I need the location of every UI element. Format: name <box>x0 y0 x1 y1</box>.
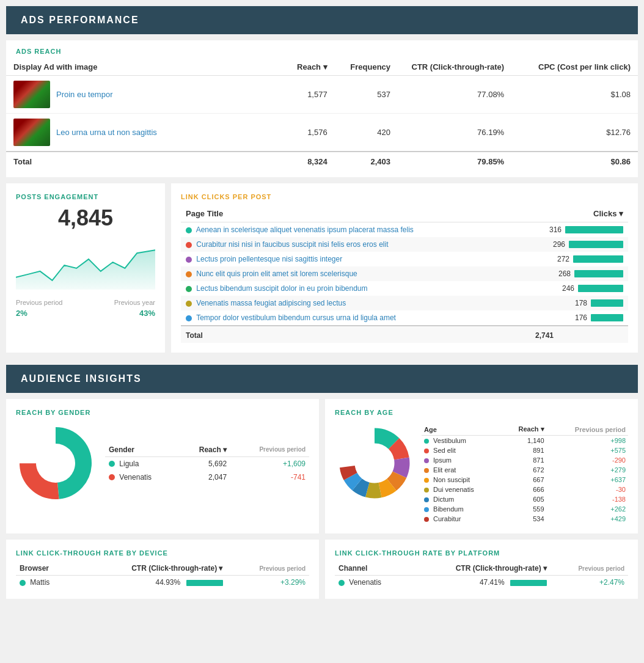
age-name-cell: Vestibulum <box>422 436 502 446</box>
clicks-bar <box>591 299 623 307</box>
clicks-table-row: Lectus bibendum suscipit dolor in eu pro… <box>181 281 628 296</box>
page-link[interactable]: Lectus proin pellentesque nisi sagittis … <box>196 255 342 263</box>
age-name: Curabitur <box>433 515 461 522</box>
ctr-device-bar <box>186 580 223 586</box>
clicks-value-cell: 178 <box>530 296 628 310</box>
col-ctr: CTR (Click-through-rate) <box>398 59 511 76</box>
col-clicks[interactable]: Clicks ▾ <box>530 205 628 222</box>
col-platform-ctr[interactable]: CTR (Click-through-rate) ▾ <box>408 562 551 576</box>
page-dot <box>186 286 192 292</box>
age-content: Age Reach ▾ Previous period Vestibulum 1… <box>335 423 628 524</box>
ctr-grid: LINK CLICK-THROUGH RATE BY DEVICE Browse… <box>6 540 638 599</box>
clicks-number: 268 <box>558 269 571 278</box>
gender-table-row: Venenatis 2,047 -741 <box>105 471 309 484</box>
age-reach-cell: 667 <box>502 475 546 485</box>
gender-name-cell: Ligula <box>105 456 179 471</box>
ad-link-1[interactable]: Proin eu tempor <box>56 90 113 99</box>
gender-reach-cell: 2,047 <box>179 471 230 484</box>
age-name: Non suscipit <box>433 476 470 483</box>
prev-period-value: 2% <box>16 309 27 318</box>
ads-performance-title: ADS PERFORMANCE <box>21 15 139 25</box>
page-wrapper: ADS PERFORMANCE ADS REACH Display Ad wit… <box>0 6 644 599</box>
age-name-cell: Dui venenatis <box>422 485 502 494</box>
page-dot <box>186 315 192 321</box>
table-row: Leo urna urna ut non sagittis 1,576 420 … <box>6 114 638 152</box>
link-clicks-label: LINK CLICKS PER POST <box>181 193 628 200</box>
age-name: Elit erat <box>433 466 456 474</box>
page-link[interactable]: Venenatis massa feugiat adipiscing sed l… <box>196 299 346 307</box>
posts-engagement-value: 4,845 <box>16 205 155 231</box>
clicks-bar <box>565 226 623 233</box>
age-reach-cell: 534 <box>502 514 546 524</box>
col-reach[interactable]: Reach ▾ <box>271 59 334 76</box>
page-link[interactable]: Nunc elit quis proin elit amet sit lorem… <box>196 269 357 278</box>
ad-link-2[interactable]: Leo urna urna ut non sagittis <box>56 128 157 137</box>
device-name: Mattis <box>30 578 49 587</box>
audience-grid: REACH BY GENDER <box>6 399 638 533</box>
bar-container: 296 <box>535 240 623 249</box>
clicks-total-label: Total <box>181 326 530 343</box>
clicks-value-cell: 246 <box>530 281 628 296</box>
reach-by-gender-label: REACH BY GENDER <box>16 409 309 416</box>
gender-table: Gender Reach ▾ Previous period Ligula 5,… <box>105 443 309 484</box>
age-name-cell: Ipsum <box>422 455 502 465</box>
col-page-title: Page Title <box>181 205 530 222</box>
ads-performance-section: ADS REACH Display Ad with image Reach ▾ … <box>6 40 638 177</box>
age-table-row: Ipsum 871 -290 <box>422 455 628 465</box>
ads-total-ctr: 79.85% <box>398 152 511 171</box>
bar-container: 176 <box>535 313 623 322</box>
ads-table: Display Ad with image Reach ▾ Frequency … <box>6 59 638 171</box>
clicks-number: 316 <box>549 225 562 234</box>
age-name-cell: Non suscipit <box>422 475 502 485</box>
ctr-platform-label: LINK CLICK-THROUGH RATE BY PLATFORM <box>335 549 628 557</box>
gender-reach-cell: 5,692 <box>179 456 230 471</box>
posts-engagement-label: POSTS ENGAGEMENT <box>16 193 155 200</box>
audience-insights-header: AUDIENCE INSIGHTS <box>6 365 638 393</box>
posts-engagement-card: POSTS ENGAGEMENT 4,845 Previous period P… <box>6 183 165 353</box>
age-table-row: Curabitur 534 +429 <box>422 514 628 524</box>
age-dot <box>424 517 429 522</box>
col-device-ctr[interactable]: CTR (Click-through-rate) ▾ <box>74 562 227 576</box>
col-display-ad: Display Ad with image <box>6 59 271 76</box>
clicks-number: 272 <box>557 255 569 263</box>
clicks-bar <box>573 255 623 263</box>
clicks-bar <box>569 241 623 248</box>
col-age-reach[interactable]: Reach ▾ <box>502 423 546 436</box>
page-dot <box>186 242 192 248</box>
age-donut-svg <box>335 423 414 503</box>
col-frequency: Frequency <box>335 59 398 76</box>
bar-container: 178 <box>535 299 623 307</box>
ctr-platform-bar <box>510 580 547 586</box>
page-dot <box>186 301 192 307</box>
age-dot <box>424 449 429 453</box>
platform-prev-cell: +2.47% <box>551 576 628 590</box>
clicks-bar <box>591 314 623 321</box>
device-prev-cell: +3.29% <box>227 576 310 590</box>
page-link[interactable]: Tempor dolor vestibulum bibendum cursus … <box>196 313 396 322</box>
col-gender-reach[interactable]: Reach ▾ <box>179 443 230 457</box>
ads-total-cpc: $0.86 <box>511 152 638 171</box>
age-name: Dictum <box>433 496 454 503</box>
clicks-total-row: Total 2,741 <box>181 326 628 343</box>
page-link[interactable]: Lectus bibendum suscipit dolor in eu pro… <box>196 284 367 293</box>
page-link[interactable]: Curabitur nisi nisi in faucibus suscipit… <box>196 240 388 249</box>
gender-name-cell: Venenatis <box>105 471 179 484</box>
clicks-value-cell: 268 <box>530 266 628 281</box>
engagement-clicks-row: POSTS ENGAGEMENT 4,845 Previous period P… <box>6 183 638 353</box>
age-prev-cell: -30 <box>547 485 628 494</box>
age-name: Bibendum <box>433 505 464 513</box>
page-title-cell: Nunc elit quis proin elit amet sit lorem… <box>181 266 530 281</box>
age-prev-cell: +637 <box>547 475 628 485</box>
page-title-cell: Aenean in scelerisque aliquet venenatis … <box>181 222 530 238</box>
clicks-table-row: Lectus proin pellentesque nisi sagittis … <box>181 252 628 266</box>
age-dot <box>424 439 429 444</box>
ads-total-label: Total <box>6 152 271 171</box>
gender-name: Ligula <box>119 460 139 468</box>
page-link[interactable]: Aenean in scelerisque aliquet venenatis … <box>196 225 414 234</box>
reach-by-age-label: REACH BY AGE <box>335 409 628 416</box>
ads-reach-label: ADS REACH <box>6 40 638 59</box>
gender-content: Gender Reach ▾ Previous period Ligula 5,… <box>16 423 309 503</box>
page-dot <box>186 227 192 233</box>
ctr-device-row: Mattis 44.93% +3.29% <box>16 576 309 590</box>
age-name-cell: Curabitur <box>422 514 502 524</box>
